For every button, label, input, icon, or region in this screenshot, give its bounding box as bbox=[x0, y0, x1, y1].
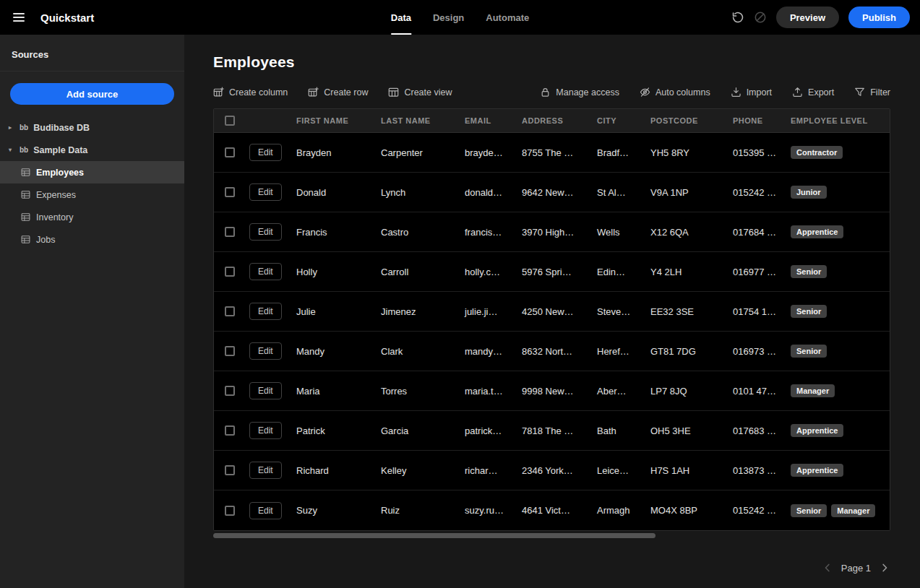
cell-employee-level: Senior bbox=[779, 345, 890, 358]
cell-employee-level: Apprentice bbox=[779, 225, 890, 238]
cell-city: Steve… bbox=[585, 306, 639, 317]
horizontal-scrollbar-track bbox=[213, 533, 890, 538]
cell-email: patrick… bbox=[453, 425, 510, 436]
sidebar-source-sample-data[interactable]: ▾bbSample Data bbox=[0, 139, 184, 161]
manage-access-button[interactable]: Manage access bbox=[540, 87, 619, 98]
toolbar-label: Import bbox=[747, 87, 772, 98]
column-header-email[interactable]: EMAIL bbox=[453, 116, 510, 125]
cell-phone: 016977 … bbox=[721, 267, 779, 277]
sidebar-table-inventory[interactable]: Inventory bbox=[0, 206, 184, 228]
horizontal-scrollbar-thumb[interactable] bbox=[213, 533, 655, 538]
edit-row-button[interactable]: Edit bbox=[249, 502, 282, 519]
tab-design[interactable]: Design bbox=[424, 0, 473, 35]
table-label: Inventory bbox=[36, 212, 73, 222]
app-title: Quickstart bbox=[40, 12, 94, 24]
create-column-button[interactable]: Create column bbox=[213, 87, 288, 98]
publish-button[interactable]: Publish bbox=[848, 7, 910, 28]
row-checkbox[interactable] bbox=[225, 147, 235, 157]
sidebar-table-employees[interactable]: Employees bbox=[0, 161, 184, 183]
sidebar-table-jobs[interactable]: Jobs bbox=[0, 228, 184, 251]
edit-row-button[interactable]: Edit bbox=[249, 223, 282, 241]
table-row: EditRichardKelleyrichar…2346 York…Leice…… bbox=[214, 451, 890, 490]
cell-phone: 016973 … bbox=[721, 346, 779, 357]
create-view-button[interactable]: Create view bbox=[388, 87, 452, 98]
cell-city: Wells bbox=[585, 227, 639, 238]
chevron-right-icon[interactable]: ▸ bbox=[6, 124, 14, 131]
cell-city: Bath bbox=[585, 425, 639, 436]
cell-last-name: Carroll bbox=[369, 267, 453, 277]
sidebar-source-budibase-db[interactable]: ▸bbBudibase DB bbox=[0, 116, 184, 139]
filter-button[interactable]: Filter bbox=[854, 87, 890, 98]
auto-columns-button[interactable]: Auto columns bbox=[640, 87, 710, 98]
row-checkbox[interactable] bbox=[225, 267, 235, 277]
toolbar-left: Create columnCreate rowCreate view bbox=[213, 87, 452, 98]
row-checkbox[interactable] bbox=[225, 227, 235, 237]
preview-button[interactable]: Preview bbox=[776, 7, 839, 28]
prev-page-icon[interactable] bbox=[822, 562, 833, 574]
cell-phone: 01754 1… bbox=[721, 306, 779, 317]
column-header-city[interactable]: CITY bbox=[585, 116, 639, 125]
row-checkbox[interactable] bbox=[225, 187, 235, 197]
table-row: EditMariaTorresmaria.t…9998 New…Aber…LP7… bbox=[214, 371, 890, 411]
toolbar-label: Create row bbox=[324, 87, 368, 98]
column-header-first-name[interactable]: FIRST NAME bbox=[285, 116, 369, 125]
cell-postcode: H7S 1AH bbox=[639, 465, 721, 476]
column-header-last-name[interactable]: LAST NAME bbox=[369, 116, 453, 125]
cell-address: 9642 New… bbox=[510, 187, 585, 198]
edit-row-button[interactable]: Edit bbox=[249, 382, 282, 399]
cell-last-name: Ruiz bbox=[369, 505, 453, 516]
edit-row-button[interactable]: Edit bbox=[249, 462, 282, 479]
cell-address: 8632 Nort… bbox=[510, 346, 585, 357]
cell-email: suzy.ru… bbox=[453, 505, 510, 516]
level-badge: Senior bbox=[791, 504, 827, 517]
cell-postcode: GT81 7DG bbox=[639, 346, 721, 357]
level-badge: Junior bbox=[791, 186, 827, 199]
toolbar-label: Create view bbox=[404, 87, 452, 98]
tab-automate[interactable]: Automate bbox=[477, 0, 538, 35]
grid-plus-icon bbox=[308, 87, 319, 98]
import-button[interactable]: Import bbox=[731, 87, 772, 98]
edit-row-button[interactable]: Edit bbox=[249, 342, 282, 360]
cell-email: brayde… bbox=[453, 147, 510, 158]
edit-row-button[interactable]: Edit bbox=[249, 303, 282, 320]
export-button[interactable]: Export bbox=[792, 87, 834, 98]
cell-city: Bradf… bbox=[585, 147, 639, 158]
edit-row-button[interactable]: Edit bbox=[249, 144, 282, 161]
cell-last-name: Clark bbox=[369, 346, 453, 357]
column-header-phone[interactable]: PHONE bbox=[721, 116, 779, 125]
create-row-button[interactable]: Create row bbox=[308, 87, 368, 98]
add-source-button[interactable]: Add source bbox=[10, 83, 174, 105]
next-page-icon[interactable] bbox=[879, 562, 890, 574]
row-checkbox[interactable] bbox=[225, 306, 235, 316]
cell-email: maria.t… bbox=[453, 386, 510, 397]
undo-icon[interactable] bbox=[731, 11, 744, 24]
column-header-employee-level[interactable]: EMPLOYEE LEVEL bbox=[779, 116, 890, 125]
row-checkbox[interactable] bbox=[225, 465, 235, 475]
chevron-down-icon[interactable]: ▾ bbox=[6, 147, 14, 153]
row-checkbox[interactable] bbox=[225, 425, 235, 436]
topbar-right: Preview Publish bbox=[731, 7, 910, 28]
source-label: Budibase DB bbox=[33, 123, 90, 133]
hamburger-menu-icon[interactable] bbox=[10, 9, 27, 25]
cell-address: 8755 The … bbox=[510, 147, 585, 158]
cell-employee-level: Contractor bbox=[779, 146, 890, 159]
cell-city: Aber… bbox=[585, 386, 639, 397]
nav-tabs: DataDesignAutomate bbox=[382, 0, 538, 35]
edit-row-button[interactable]: Edit bbox=[249, 183, 282, 201]
tab-data[interactable]: Data bbox=[382, 0, 420, 35]
cell-postcode: EE32 3SE bbox=[639, 306, 721, 317]
select-all-checkbox[interactable] bbox=[225, 116, 235, 126]
edit-row-button[interactable]: Edit bbox=[249, 263, 282, 280]
cell-last-name: Lynch bbox=[369, 187, 453, 198]
cell-first-name: Julie bbox=[285, 306, 369, 317]
row-checkbox[interactable] bbox=[225, 346, 235, 356]
row-checkbox[interactable] bbox=[225, 386, 235, 396]
column-header-address[interactable]: ADDRESS bbox=[510, 116, 585, 125]
level-badge: Senior bbox=[791, 265, 827, 278]
sidebar-table-expenses[interactable]: Expenses bbox=[0, 183, 184, 206]
level-badge: Senior bbox=[791, 345, 827, 358]
row-checkbox[interactable] bbox=[225, 506, 235, 516]
column-header-postcode[interactable]: POSTCODE bbox=[639, 116, 721, 125]
table-icon bbox=[21, 212, 30, 222]
edit-row-button[interactable]: Edit bbox=[249, 422, 282, 439]
